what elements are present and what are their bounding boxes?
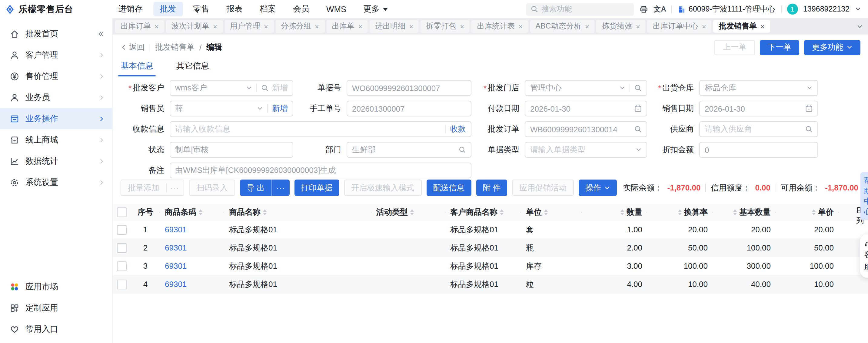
cell-barcode[interactable]: 69301 — [160, 261, 224, 270]
close-icon[interactable]: × — [636, 22, 640, 31]
sort-icon[interactable] — [733, 209, 737, 215]
nav-item-WMS[interactable]: WMS — [320, 3, 353, 16]
toolbar-button-附件[interactable]: 附 件 — [476, 179, 507, 196]
calendar-icon[interactable] — [634, 105, 642, 112]
checkbox[interactable] — [117, 225, 127, 234]
sort-icon[interactable] — [812, 209, 815, 215]
search-icon[interactable] — [634, 125, 642, 133]
tabs-overflow-button[interactable] — [854, 23, 866, 29]
remark-input[interactable]: 由WMS出库单[CK600999926030000003]生成 — [170, 163, 471, 178]
nav-item-档案[interactable]: 档案 — [253, 2, 283, 17]
sidebar-item-数据统计[interactable]: 数据统计 — [0, 150, 112, 172]
discount-input[interactable]: 0 — [699, 142, 818, 158]
sort-icon[interactable] — [678, 209, 682, 215]
row-checkbox[interactable] — [113, 279, 131, 289]
sale-date-picker[interactable]: 2026-01-30 — [699, 101, 818, 116]
nav-item-报表[interactable]: 报表 — [220, 2, 249, 17]
close-icon[interactable]: × — [702, 22, 706, 31]
toolbar-button-导出[interactable]: 导 出 — [240, 179, 271, 196]
chevron-down-icon[interactable] — [257, 106, 263, 112]
open-tab-ABC动态分析[interactable]: ABC动态分析× — [530, 20, 594, 33]
sidebar-item-定制应用[interactable]: 定制应用 — [0, 297, 112, 318]
sort-icon[interactable] — [263, 209, 267, 215]
chevron-down-icon[interactable] — [855, 6, 861, 12]
row-checkbox[interactable] — [113, 243, 131, 253]
sidebar-item-常用入口[interactable]: 常用入口 — [0, 318, 112, 340]
column-header-单价[interactable]: 单价 — [776, 207, 839, 218]
toolbar-button-开启极速输入模式[interactable]: 开启极速输入模式 — [344, 179, 422, 196]
nav-item-更多[interactable]: 更多 — [356, 2, 394, 17]
batch-customer-select[interactable]: wms客户 新增 — [170, 80, 293, 96]
close-icon[interactable]: × — [155, 22, 159, 31]
more-functions-button[interactable]: 更多功能 — [804, 40, 861, 55]
toolbar-button-配送信息[interactable]: 配送信息 — [426, 179, 471, 196]
prev-order-button[interactable]: 上一单 — [714, 40, 755, 55]
batch-store-select[interactable]: 管理中心 — [525, 80, 647, 96]
doc-type-select[interactable]: 请输入单据类型 — [525, 142, 647, 158]
close-icon[interactable]: × — [264, 22, 268, 31]
cell-barcode[interactable]: 69301 — [160, 280, 224, 289]
column-header-客户商品名称[interactable]: 客户商品名称 — [445, 207, 521, 218]
function-search-input[interactable]: 搜索功能 — [526, 3, 633, 16]
open-tab-波次计划单[interactable]: 波次计划单× — [166, 20, 223, 33]
open-tab-拣货绩效[interactable]: 拣货绩效× — [596, 20, 646, 33]
close-icon[interactable]: × — [585, 22, 589, 31]
open-tab-出库订单[interactable]: 出库订单× — [115, 20, 164, 33]
open-tab-出库订单中心[interactable]: 出库订单中心× — [647, 20, 712, 33]
close-icon[interactable]: × — [518, 22, 523, 31]
close-icon[interactable]: × — [460, 22, 464, 31]
select-all-checkbox[interactable] — [113, 207, 131, 217]
close-icon[interactable]: × — [315, 22, 319, 31]
sort-icon[interactable] — [410, 209, 414, 215]
sort-icon[interactable] — [544, 209, 548, 215]
sidebar-item-客户管理[interactable]: 客户管理 — [0, 44, 112, 65]
nav-item-批发[interactable]: 批发 — [153, 2, 183, 17]
sidebar-item-线上商城[interactable]: 线上商城 — [0, 129, 112, 150]
printer-icon[interactable] — [639, 4, 648, 13]
customer-service-widget[interactable]: 客服 — [860, 234, 868, 278]
back-button[interactable]: 返回 — [121, 42, 145, 53]
open-tab-出库单[interactable]: 出库单× — [326, 20, 368, 33]
receive-payment-button[interactable]: 收款 — [450, 124, 466, 135]
toolbar-button-批量添加[interactable]: 批量添加 — [121, 179, 166, 196]
more-options-icon[interactable]: ··· — [166, 179, 184, 196]
sidebar-item-业务操作[interactable]: 业务操作 — [0, 108, 112, 129]
chevron-down-icon[interactable] — [806, 85, 812, 91]
sidebar-item-批发首页[interactable]: 批发首页 — [0, 23, 112, 44]
department-input[interactable]: 生鲜部 — [347, 142, 471, 158]
next-order-button[interactable]: 下一单 — [760, 40, 799, 55]
nav-item-零售[interactable]: 零售 — [186, 2, 216, 17]
store-switcher[interactable]: 60099-宁波1111-管理中心 — [678, 4, 775, 14]
sidebar-item-应用市场[interactable]: 应用市场 — [0, 276, 112, 297]
nav-item-会员[interactable]: 会员 — [286, 2, 316, 17]
add-salesman-button[interactable]: 新增 — [272, 103, 288, 114]
chevron-down-icon[interactable] — [636, 147, 642, 153]
search-icon[interactable] — [261, 84, 269, 92]
toolbar-button-打印单据[interactable]: 打印单据 — [294, 179, 339, 196]
close-icon[interactable]: × — [409, 22, 413, 31]
chevron-down-icon[interactable] — [246, 85, 252, 91]
batch-order-input[interactable]: WB60099992601300014 — [525, 121, 647, 137]
column-header-活动类型[interactable]: 活动类型 — [371, 207, 445, 218]
sidebar-item-业务员[interactable]: 业务员 — [0, 87, 112, 108]
open-tab-分拣分组[interactable]: 分拣分组× — [275, 20, 324, 33]
add-customer-button[interactable]: 新增 — [272, 83, 288, 93]
receipt-info-input[interactable]: 请输入收款信息 收款 — [170, 121, 471, 137]
sort-icon[interactable] — [199, 209, 203, 215]
translate-icon[interactable]: 文A — [653, 4, 666, 14]
form-tab-基本信息[interactable]: 基本信息 — [121, 61, 153, 77]
toolbar-button-操作[interactable]: 操作 — [579, 179, 617, 196]
cell-barcode[interactable]: 69301 — [160, 243, 224, 252]
help-center-widget[interactable]: 帮助中心 — [861, 172, 868, 220]
column-header-商品名称[interactable]: 商品名称 — [224, 207, 371, 218]
checkbox[interactable] — [117, 243, 127, 253]
search-icon[interactable] — [805, 125, 812, 133]
search-icon[interactable] — [634, 84, 642, 92]
open-tab-拆零打包[interactable]: 拆零打包× — [421, 20, 470, 33]
close-icon[interactable]: × — [213, 22, 217, 31]
chevron-down-icon[interactable] — [619, 85, 625, 91]
warehouse-select[interactable]: 标品仓库 — [699, 80, 818, 96]
salesman-select[interactable]: 薛 新增 — [170, 101, 293, 116]
cell-barcode[interactable]: 69301 — [160, 225, 224, 234]
column-header-基本数量[interactable]: 基本数量 — [713, 207, 776, 218]
